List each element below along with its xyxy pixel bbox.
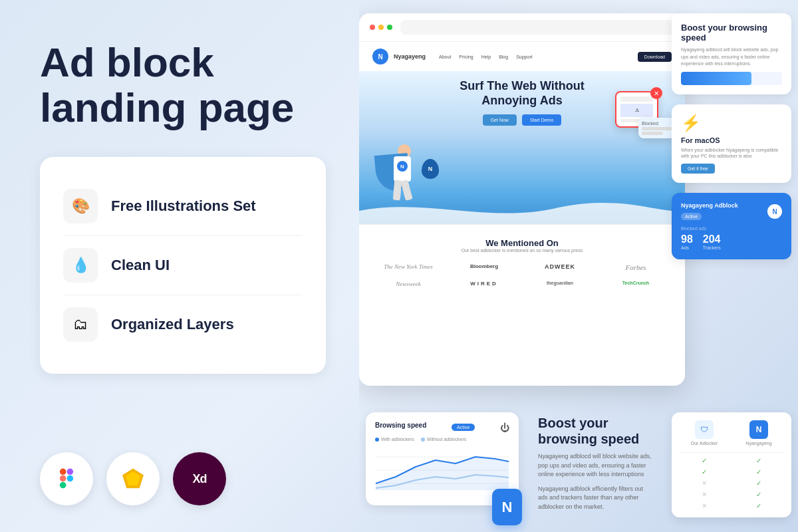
comp-name-2: Nyangayeng	[734, 441, 783, 446]
comp-row-2: ✓ ✓	[680, 468, 783, 475]
dot-yellow	[378, 25, 384, 30]
stats-header: Nyagayeng Adblock Active N	[681, 202, 782, 221]
clean-ui-icon: 💧	[63, 248, 98, 283]
lightning-icon: ⚡	[681, 114, 782, 132]
get-now-button[interactable]: Get Now	[483, 114, 517, 126]
stat-num-1: 98	[681, 233, 693, 245]
feature-label-layers: Organized Layers	[111, 316, 234, 333]
check-icon-4b: ✓	[756, 491, 761, 498]
figma-tool[interactable]	[40, 452, 93, 505]
comp-name-1: Our Adlocker	[680, 441, 729, 446]
boost-speed-card: Boost your browsing speed Nyagayeng adbl…	[672, 13, 791, 94]
svg-rect-2	[67, 475, 74, 482]
boost-desc-2: Nyagayeng adblock efficiently filters ou…	[538, 485, 652, 512]
svg-rect-0	[60, 469, 66, 475]
feature-label-illustrations: Free Illustrations Set	[111, 198, 256, 215]
nav-link-blog[interactable]: Blog	[499, 55, 508, 59]
nav-brand: Nyagayeng	[394, 53, 426, 60]
hero-wave	[359, 198, 685, 224]
stats-brand: Nyagayeng Adblock	[681, 202, 738, 209]
comp-logo-adblocker: 🛡 Our Adlocker	[680, 420, 729, 446]
logo-bloomberg: Bloomberg	[448, 261, 520, 274]
illustration-icon: 🎨	[63, 189, 98, 223]
layers-icon: 🗂	[63, 307, 98, 342]
browser-mockup: N Nyagayeng About Pricing Help Blog Supp…	[359, 13, 685, 386]
macos-card: ⚡ For macOS When your adblocker Nyagayen…	[672, 104, 791, 184]
boost-card-title: Boost your browsing speed	[681, 23, 782, 43]
check-icon-1a: ✓	[702, 457, 707, 464]
boost-description-section: Boost your browsing speed Nyagayeng adbl…	[529, 406, 662, 526]
check-icon-1b: ✓	[756, 457, 761, 464]
left-panel: Ad block landing page 🎨 Free Illustratio…	[0, 0, 359, 532]
chart-legend: With adblockers Without adblockers	[375, 437, 509, 442]
check-icon-3b: ✓	[756, 479, 761, 487]
logo-guardian: theguardian	[524, 278, 596, 290]
stats-numbers: 98 Ads 204 Trackers	[681, 233, 782, 250]
svg-rect-4	[67, 469, 74, 475]
comparison-header: 🛡 Our Adlocker N Nyangayeng	[680, 420, 783, 446]
shield-logo-icon: 🛡	[695, 420, 714, 439]
dot-green	[387, 25, 392, 30]
browser-dots	[370, 25, 392, 30]
logo-nytimes: The New York Times	[372, 261, 444, 274]
n-logo-icon: N	[749, 420, 768, 439]
press-logos-grid: The New York Times Bloomberg ADWEEK Forb…	[372, 261, 672, 290]
logo-adweek: ADWEEK	[524, 261, 596, 274]
comp-row-5: ✕ ✓	[680, 502, 783, 509]
features-card: 🎨 Free Illustrations Set 💧 Clean UI 🗂 Or…	[40, 157, 326, 374]
stats-n-logo: N	[767, 204, 782, 219]
logo-wired: WIRED	[448, 278, 520, 290]
feature-item-cleanui: 💧 Clean UI	[63, 236, 303, 295]
nav-links: About Pricing Help Blog Support	[439, 55, 533, 59]
mentioned-section: We Mentioned On Our best adblocker is me…	[359, 224, 685, 303]
comp-row-4: ✕ ✓	[680, 491, 783, 498]
legend-with-adblockers: With adblockers	[375, 437, 414, 442]
stats-active-badge: Active	[681, 213, 702, 220]
svg-rect-1	[60, 475, 66, 482]
x-icon-3a: ✕	[702, 479, 707, 487]
logo-techcrunch: TechCrunch	[600, 278, 672, 290]
nav-link-support[interactable]: Support	[516, 55, 533, 59]
get-free-button[interactable]: Get it free	[681, 164, 715, 174]
browsing-active-badge: Active	[452, 424, 475, 431]
nav-link-about[interactable]: About	[439, 55, 451, 59]
side-cards: Boost your browsing speed Nyagayeng adbl…	[665, 0, 798, 266]
dot-red	[370, 25, 375, 30]
sketch-tool[interactable]	[106, 452, 160, 505]
page-title: Ad block landing page	[40, 40, 326, 130]
start-demo-button[interactable]: Start Demo	[522, 114, 561, 126]
feature-item-layers: 🗂 Organized Layers	[63, 295, 303, 354]
stat-sub-2: Trackers	[703, 245, 721, 250]
tools-row: Xd	[40, 452, 326, 505]
n-logo-card: N	[492, 489, 522, 525]
boost-desc-1: Nyagayeng adblocd will block website ads…	[538, 452, 652, 479]
browsing-chart	[375, 447, 509, 493]
svg-rect-3	[60, 482, 66, 489]
check-icon-2b: ✓	[756, 468, 761, 475]
browser-nav: N Nyagayeng About Pricing Help Blog Supp…	[359, 42, 685, 71]
browser-hero: Surf The Web Without Annoying Ads Get No…	[359, 71, 685, 224]
nav-logo: N	[372, 49, 388, 65]
comp-logo-nyangayeng: N Nyangayeng	[734, 420, 783, 446]
right-panel: N Nyagayeng About Pricing Help Blog Supp…	[359, 0, 798, 532]
check-icon-2a: ✓	[702, 468, 707, 475]
x-icon-4a: ✕	[702, 491, 707, 498]
comparison-card: 🛡 Our Adlocker N Nyangayeng ✓ ✓ ✓ ✓ ✕ ✓	[672, 412, 791, 517]
stat-num-2: 204	[703, 233, 721, 245]
browsing-card-title: Browsing speed	[375, 422, 426, 429]
nav-link-help[interactable]: Help	[481, 55, 491, 59]
power-button-icon[interactable]: ⏻	[500, 422, 509, 433]
stats-label: Blocked ads	[681, 226, 782, 231]
logo-newsweek: Newsweek	[372, 278, 444, 290]
boost-title-big: Boost your browsing speed	[538, 415, 652, 447]
stat-sub-1: Ads	[681, 245, 693, 250]
macos-text: When your adblocker Nyagayeng is compati…	[681, 147, 782, 160]
legend-without-adblockers: Without adblockers	[421, 437, 467, 442]
mentioned-subtitle: Our best adblocker is mentioned on so ma…	[372, 248, 672, 253]
stats-card: Nyagayeng Adblock Active N Blocked ads 9…	[672, 193, 791, 259]
nav-link-pricing[interactable]: Pricing	[459, 55, 473, 59]
adobe-xd-tool[interactable]: Xd	[173, 452, 226, 505]
bottom-section: Browsing speed Active ⏻ With adblockers …	[359, 399, 798, 532]
browser-header	[359, 13, 685, 42]
feature-label-cleanui: Clean UI	[111, 257, 170, 274]
